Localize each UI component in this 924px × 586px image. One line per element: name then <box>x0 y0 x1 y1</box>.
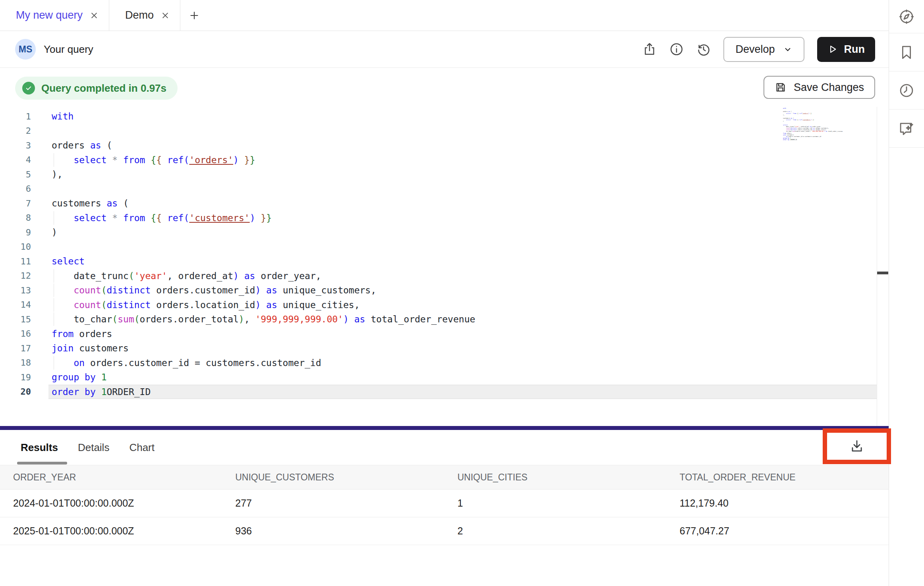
code-text: to_char(sum(orders.order_total), '999,99… <box>52 314 475 324</box>
code-line[interactable]: 15 to_char(sum(orders.order_total), '999… <box>0 312 877 327</box>
tab-my-new-query[interactable]: My new query <box>0 0 109 31</box>
table-cell: 2 <box>445 525 667 537</box>
sidebar-item-explore[interactable] <box>889 0 924 33</box>
code-text: ) <box>52 227 57 237</box>
line-number: 11 <box>0 256 31 266</box>
code-line[interactable]: 9) <box>0 225 877 240</box>
sidebar-item-bookmarks[interactable] <box>889 33 924 71</box>
code-text: join customers <box>52 343 129 353</box>
code-line[interactable]: 10 <box>0 240 877 254</box>
sql-editor[interactable]: Query completed in 0.97s Save Changes 1w… <box>0 68 889 426</box>
table-cell: 677,047.27 <box>667 525 889 537</box>
editor-scrollbar-track[interactable] <box>877 107 877 426</box>
code-lines[interactable]: 1with23orders as (4 select * from {{ ref… <box>0 109 877 399</box>
code-line[interactable]: 12 date_trunc('year', ordered_at) as ord… <box>0 269 877 283</box>
code-line[interactable]: 18 on orders.customer_id = customers.cus… <box>0 356 877 370</box>
save-changes-button[interactable]: Save Changes <box>764 76 875 99</box>
code-text: from orders <box>52 329 112 339</box>
compass-icon <box>898 8 915 25</box>
results-panel: Results Details Chart ORDER_YEARUNIQUE_C… <box>0 430 889 586</box>
sidebar-item-ai-assistant[interactable] <box>889 110 924 148</box>
code-line[interactable]: 5), <box>0 167 877 182</box>
history-icon <box>696 42 711 56</box>
table-row[interactable]: 2025-01-01T00:00:00.000Z9362677,047.27 <box>0 517 889 545</box>
page-title: Your query <box>44 43 93 56</box>
tab-details[interactable]: Details <box>78 441 109 454</box>
save-icon <box>775 81 787 93</box>
code-text: order by 1ORDER_ID <box>52 387 151 397</box>
line-number: 15 <box>0 314 31 324</box>
close-icon[interactable] <box>90 11 99 20</box>
code-line[interactable]: 11select <box>0 254 877 269</box>
line-number: 3 <box>0 141 31 150</box>
table-row[interactable]: 2024-01-01T00:00:00.000Z2771112,179.40 <box>0 490 889 517</box>
bookmark-icon <box>898 44 915 61</box>
code-line[interactable]: 20order by 1ORDER_ID <box>0 385 877 399</box>
code-text: on orders.customer_id = customers.custom… <box>52 358 321 368</box>
success-check-icon <box>22 82 35 94</box>
line-number: 9 <box>0 227 31 237</box>
new-tab-button[interactable] <box>180 0 208 31</box>
code-line[interactable]: 7customers as ( <box>0 196 877 211</box>
tab-label: My new query <box>16 9 83 21</box>
code-line[interactable]: 1with <box>0 109 877 124</box>
tab-demo[interactable]: Demo <box>109 0 180 31</box>
code-line[interactable]: 4 select * from {{ ref('orders') }} <box>0 153 877 168</box>
results-tab-bar: Results Details Chart <box>0 430 889 465</box>
share-icon <box>642 42 657 56</box>
tab-chart[interactable]: Chart <box>129 441 155 454</box>
results-table-body: 2024-01-01T00:00:00.000Z2771112,179.4020… <box>0 490 889 545</box>
query-status-badge: Query completed in 0.97s <box>15 77 178 100</box>
line-number: 5 <box>0 170 31 179</box>
avatar: MS <box>15 39 36 60</box>
save-label: Save Changes <box>794 81 864 94</box>
column-header: ORDER_YEAR <box>0 472 222 483</box>
code-line[interactable]: 16from orders <box>0 327 877 341</box>
ai-chat-sparkle-icon <box>898 120 915 137</box>
share-button[interactable] <box>642 42 657 56</box>
tab-results[interactable]: Results <box>21 441 58 454</box>
develop-label: Develop <box>735 43 775 56</box>
table-cell: 2025-01-01T00:00:00.000Z <box>0 525 222 537</box>
app-window: My new query Demo MS Your query <box>0 0 924 586</box>
code-text: select <box>52 256 85 266</box>
code-text: select * from {{ ref('orders') }} <box>52 155 255 165</box>
line-number: 18 <box>0 358 31 368</box>
line-number: 6 <box>0 184 31 194</box>
code-line[interactable]: 8 select * from {{ ref('customers') }} <box>0 211 877 226</box>
download-icon[interactable] <box>849 439 864 454</box>
sidebar-item-history[interactable] <box>889 71 924 110</box>
code-text: count(distinct orders.customer_id) as un… <box>52 285 376 295</box>
code-line[interactable]: 14 count(distinct orders.location_id) as… <box>0 298 877 312</box>
scrollbar-handle[interactable] <box>877 272 888 274</box>
line-number: 1 <box>0 112 31 121</box>
tab-label: Demo <box>125 9 154 21</box>
main-pane: My new query Demo MS Your query <box>0 0 889 586</box>
minimap[interactable]: with orders as ( select * from {{ ref('o… <box>783 108 847 211</box>
code-text: select * from {{ ref('customers') }} <box>52 213 272 223</box>
close-icon[interactable] <box>161 11 170 20</box>
code-line[interactable]: 17join customers <box>0 341 877 356</box>
query-history-button[interactable] <box>696 42 711 56</box>
develop-dropdown[interactable]: Develop <box>723 37 804 62</box>
code-text: group by 1 <box>52 372 107 382</box>
code-text: ), <box>52 169 63 179</box>
table-cell: 112,179.40 <box>667 497 889 509</box>
run-label: Run <box>844 43 865 56</box>
line-number: 20 <box>0 387 31 397</box>
code-text: with <box>52 111 73 121</box>
active-tab-indicator <box>17 462 67 465</box>
chevron-down-icon <box>783 44 793 54</box>
code-line[interactable]: 13 count(distinct orders.customer_id) as… <box>0 283 877 298</box>
code-line[interactable]: 2 <box>0 124 877 139</box>
code-line[interactable]: 19group by 1 <box>0 370 877 385</box>
line-number: 19 <box>0 372 31 382</box>
line-number: 10 <box>0 242 31 252</box>
code-line[interactable]: 3orders as ( <box>0 138 877 153</box>
run-button[interactable]: Run <box>817 37 875 62</box>
panel-resize-divider[interactable] <box>0 426 889 430</box>
code-line[interactable]: 6 <box>0 182 877 197</box>
table-cell: 277 <box>222 497 444 509</box>
info-button[interactable] <box>669 42 684 56</box>
line-number: 16 <box>0 329 31 339</box>
